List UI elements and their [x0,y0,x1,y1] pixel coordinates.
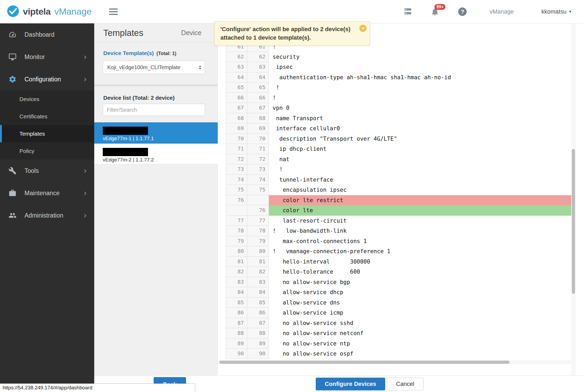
sidebar-item-dashboard[interactable]: Dashboard [0,23,94,46]
sidebar-subitem-templates[interactable]: Templates [0,125,94,142]
line-number-new: 64 [247,72,269,83]
code-line: no allow-service ospf [269,349,572,359]
sidebar-item-configuration[interactable]: Configuration › [0,68,94,90]
help-icon[interactable]: ? [458,7,467,16]
line-number-old: 79 [226,236,247,247]
chevron-right-icon: › [84,167,87,175]
diff-row: 64 64 authentication-type ah-sha1-hmac s… [226,72,572,83]
line-number-old: 74 [226,175,247,185]
device-label: vEdge77m-2 | 1.1.77.2 [103,157,218,163]
device-template-link[interactable]: Device Template(s) [103,50,154,56]
sidebar-item-maintenance[interactable]: Maintenance › [0,182,94,204]
device-list: vEdge77m-1 | 1.1.77.1 vEdge77m-2 | 1.1.7… [94,122,218,164]
sidebar-item-label: Configuration [24,76,61,83]
diff-row: 62 62 security [226,52,572,62]
diff-row: 85 85 allow-service dns [226,298,572,308]
line-number-new: 68 [247,113,269,124]
status-bar-url: https://54.238.249.174/#/app/dashboard [0,383,195,392]
line-number-old: 65 [226,82,247,93]
code-line: color lte restrict [269,195,572,206]
notification-badge: 99+ [434,4,445,10]
device-list-item[interactable]: vEdge77m-2 | 1.1.77.2 [94,144,218,164]
line-number-new: 84 [247,287,269,298]
diff-row: 81 81 hello-interval 300000 [226,257,572,267]
monitor-icon [9,53,17,61]
sidebar-item-tools[interactable]: Tools › [0,160,94,182]
sidebar-item-monitor[interactable]: Monitor › [0,46,94,68]
diff-row: 83 83 no allow-service bgp [226,277,572,287]
device-list-item[interactable]: vEdge77m-1 | 1.1.77.1 [94,122,218,144]
config-diff-table: 61 61 ! 62 62 security 63 63 ipsec 64 64… [226,41,572,359]
line-number-old: 80 [226,246,247,257]
code-line: vpn 0 [269,103,572,113]
panel-header: Templates Device [94,23,217,43]
code-line: authentication-type ah-sha1-hmac sha1-hm… [269,72,572,83]
diff-row: 69 69 interface cellular0 [226,123,572,134]
configuration-submenu: Devices Certificates Templates Policy [0,90,94,160]
line-number-new: 81 [247,257,269,267]
device-filter-input[interactable] [103,104,205,116]
code-line: ! [269,164,572,175]
line-number-old: 73 [226,164,247,175]
brand-logo[interactable]: viptela vManage [0,5,92,18]
line-number-new: 69 [247,123,269,134]
toast-close-button[interactable]: ✕ [359,25,367,32]
line-number-new: 76 [247,205,269,216]
code-line: ! low-bandwidth-link [269,226,572,236]
line-number-new: 89 [247,339,269,349]
diff-row: 68 68 name Transport [226,113,572,124]
vertical-scrollbar[interactable] [572,149,575,294]
sidebar-subitem-devices[interactable]: Devices [0,90,94,108]
diff-viewer: 61 61 ! 62 62 security 63 63 ipsec 64 64… [218,23,583,375]
line-number-new: 88 [247,328,269,339]
line-number-old: 70 [226,134,247,144]
line-number-new: 75 [247,185,269,195]
notification-toast: 'Configure' action will be applied to 2 … [214,21,370,46]
template-select[interactable]: Koji_vEdge100m_CLITemplate ▲ ▼ [103,61,205,74]
code-line: hello-interval 300000 [269,257,572,267]
configure-devices-button[interactable]: Configure Devices [316,378,385,390]
line-number-new: 87 [247,318,269,328]
code-line: no allow-service bgp [269,277,572,287]
diff-row: 66 66 ! [226,93,572,103]
line-number-new: 63 [247,62,269,72]
code-line: description "Transport over 4G/LTE" [269,134,572,144]
device-label: vEdge77m-1 | 1.1.77.1 [103,136,218,141]
cancel-button[interactable]: Cancel [387,378,424,390]
menu-toggle-icon[interactable] [109,9,118,15]
sidebar-item-label: Dashboard [24,31,55,38]
user-menu[interactable]: kkomatsu ▾ [541,8,571,15]
diff-row: 79 79 max-control-connections 1 [226,236,572,247]
panel-divider [94,85,218,86]
chevron-right-icon: › [84,53,87,61]
brand-name-primary: viptela [23,6,51,17]
code-line: ip dhcp-client [269,144,572,154]
code-line: no allow-service netconf [269,328,572,339]
diff-row: 63 63 ipsec [226,62,572,72]
horizontal-scrollbar[interactable] [219,361,510,364]
line-number-new: 77 [247,216,269,226]
product-label: vManage [490,8,514,15]
sidebar-subitem-policy[interactable]: Policy [0,142,94,160]
code-line: no allow-service sshd [269,318,572,328]
diff-row: 88 88 no allow-service netconf [226,328,572,339]
template-select-value: Koji_vEdge100m_CLITemplate [107,64,199,70]
sidebar-subitem-certificates[interactable]: Certificates [0,108,94,125]
line-number-old: 63 [226,62,247,72]
device-rack-icon[interactable] [403,7,412,16]
diff-row: 76 color lte restrict [226,195,572,206]
notifications-bell-icon[interactable]: 99+ [430,7,440,16]
diff-row: 72 72 nat [226,154,572,165]
chevron-right-icon: › [84,211,87,219]
diff-row: 67 67 vpn 0 [226,103,572,113]
line-number-old: 62 [226,52,247,62]
diff-row: 65 65 ! [226,82,572,93]
sidebar-item-administration[interactable]: Administration › [0,204,94,227]
diff-row: 74 74 tunnel-interface [226,175,572,185]
line-number-new: 82 [247,267,269,277]
diff-row: 73 73 ! [226,164,572,175]
line-number-old: 71 [226,144,247,154]
line-number-new: 72 [247,154,269,165]
line-number-old: 82 [226,267,247,277]
code-line: name Transport [269,113,572,124]
